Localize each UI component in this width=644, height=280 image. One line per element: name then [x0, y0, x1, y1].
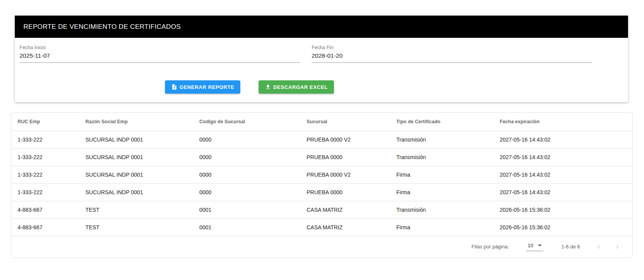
cell-codigo-sucursal: 0000: [193, 166, 300, 183]
table-row[interactable]: 1-333-222 SUCURSAL INDP 0001 0000 PRUEBA…: [11, 183, 632, 201]
next-page-button[interactable]: [613, 242, 622, 252]
table-row[interactable]: 1-333-222 SUCURSAL INDP 0001 0000 PRUEBA…: [11, 148, 632, 166]
column-header-fecha-expiracion: Fecha expiración: [493, 113, 632, 131]
rows-per-page-select[interactable]: 10: [526, 243, 543, 251]
table-row[interactable]: 1-333-222 SUCURSAL INDP 0001 0000 PRUEBA…: [11, 166, 632, 183]
descargar-excel-label: DESCARGAR EXCEL: [273, 84, 328, 90]
cell-razon-social: TEST: [79, 201, 193, 218]
certificates-table: RUC Emp Razón Social Emp Codigo de Sucur…: [11, 113, 632, 236]
cell-sucursal: PRUEBA 0000 V2: [300, 131, 390, 148]
cell-codigo-sucursal: 0000: [193, 148, 300, 166]
column-header-razon-social: Razón Social Emp: [79, 113, 193, 131]
rows-per-page-label: Filas por página:: [472, 244, 509, 250]
download-icon: [265, 84, 271, 90]
report-file-icon: [171, 84, 177, 90]
table-row[interactable]: 1-333-222 SUCURSAL INDP 0001 0000 PRUEBA…: [11, 131, 632, 148]
cell-tipo-certificado: Firma: [390, 166, 493, 183]
cell-ruc: 1-333-222: [11, 183, 79, 201]
cell-fecha-expiracion: 2027-05-16 14:43:02: [493, 183, 632, 201]
caret-down-icon: [538, 245, 542, 246]
report-form-body: Fecha Inicio 2025-11-07 Fecha Fin 2028-0…: [15, 38, 628, 102]
fecha-inicio-input[interactable]: 2025-11-07: [20, 52, 300, 63]
page-title: REPORTE DE VENCIMIENTO DE CERTIFICADOS: [23, 23, 181, 31]
cell-fecha-expiracion: 2026-05-16 15:36:02: [493, 201, 632, 218]
rows-per-page-value: 10: [528, 243, 533, 248]
cell-razon-social: SUCURSAL INDP 0001: [79, 166, 193, 183]
column-header-sucursal: Sucursal: [300, 113, 390, 131]
cell-fecha-expiracion: 2027-05-16 14:43:02: [493, 131, 632, 148]
cell-sucursal: CASA MATRIZ: [300, 218, 390, 236]
fecha-fin-field: Fecha Fin 2028-01-20: [312, 45, 592, 63]
cell-sucursal: PRUEBA 0000: [300, 148, 390, 166]
fecha-fin-input[interactable]: 2028-01-20: [312, 52, 592, 63]
date-fields-row: Fecha Inicio 2025-11-07 Fecha Fin 2028-0…: [20, 45, 592, 63]
table-header-row: RUC Emp Razón Social Emp Codigo de Sucur…: [11, 113, 632, 131]
pagination-bar: Filas por página: 10 1-6 de 6: [11, 236, 632, 257]
previous-page-button[interactable]: [594, 242, 603, 252]
cell-razon-social: TEST: [79, 218, 193, 236]
cell-razon-social: SUCURSAL INDP 0001: [79, 148, 193, 166]
cell-razon-social: SUCURSAL INDP 0001: [79, 131, 193, 148]
table-row[interactable]: 4-883-667 TEST 0001 CASA MATRIZ Transmis…: [11, 201, 632, 218]
cell-sucursal: CASA MATRIZ: [300, 201, 390, 218]
cell-tipo-certificado: Firma: [390, 218, 493, 236]
cell-fecha-expiracion: 2027-05-16 14:43:02: [493, 166, 632, 183]
cell-tipo-certificado: Transmisión: [390, 148, 493, 166]
report-card-header: REPORTE DE VENCIMIENTO DE CERTIFICADOS: [15, 16, 628, 38]
table-row[interactable]: 4-883-667 TEST 0001 CASA MATRIZ Firma 20…: [11, 218, 632, 236]
fecha-fin-label: Fecha Fin: [312, 45, 592, 50]
fecha-inicio-field: Fecha Inicio 2025-11-07: [20, 45, 300, 63]
cell-tipo-certificado: Firma: [390, 183, 493, 201]
cell-tipo-certificado: Transmisión: [390, 131, 493, 148]
cell-ruc: 1-333-222: [11, 131, 79, 148]
fecha-inicio-label: Fecha Inicio: [20, 45, 300, 50]
cell-codigo-sucursal: 0001: [193, 218, 300, 236]
cell-ruc: 4-883-667: [11, 201, 79, 218]
column-header-tipo-certificado: Tipo de Certificado: [390, 113, 493, 131]
generar-reporte-label: GENERAR REPORTE: [179, 84, 234, 90]
cell-ruc: 4-883-667: [11, 218, 79, 236]
report-form-card: REPORTE DE VENCIMIENTO DE CERTIFICADOS F…: [15, 16, 628, 102]
column-header-codigo-sucursal: Codigo de Sucursal: [193, 113, 300, 131]
cell-codigo-sucursal: 0000: [193, 131, 300, 148]
cell-sucursal: PRUEBA 0000 V2: [300, 166, 390, 183]
chevron-right-icon: [614, 244, 621, 250]
form-buttons-row: GENERAR REPORTE DESCARGAR EXCEL: [165, 80, 592, 94]
cell-fecha-expiracion: 2027-05-16 14:43:02: [493, 148, 632, 166]
descargar-excel-button[interactable]: DESCARGAR EXCEL: [259, 80, 334, 94]
cell-codigo-sucursal: 0001: [193, 201, 300, 218]
generar-reporte-button[interactable]: GENERAR REPORTE: [165, 80, 240, 94]
cell-ruc: 1-333-222: [11, 166, 79, 183]
cell-ruc: 1-333-222: [11, 148, 79, 166]
cell-fecha-expiracion: 2026-05-16 15:36:02: [493, 218, 632, 236]
pagination-range: 1-6 de 6: [561, 244, 580, 250]
cell-sucursal: PRUEBA 0000: [300, 183, 390, 201]
cell-razon-social: SUCURSAL INDP 0001: [79, 183, 193, 201]
cell-codigo-sucursal: 0000: [193, 183, 300, 201]
chevron-left-icon: [596, 244, 602, 250]
certificates-table-card: RUC Emp Razón Social Emp Codigo de Sucur…: [11, 112, 633, 258]
column-header-ruc: RUC Emp: [11, 113, 79, 131]
cell-tipo-certificado: Transmisión: [390, 201, 493, 218]
